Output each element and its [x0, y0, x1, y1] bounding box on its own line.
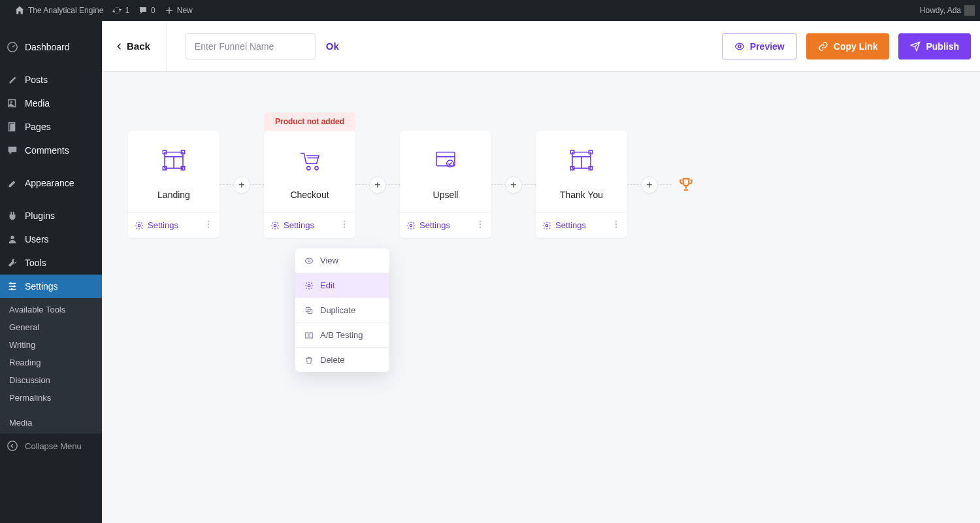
flow-end-icon	[672, 170, 700, 199]
svg-rect-53	[310, 332, 312, 337]
step-title: Upsell	[400, 190, 491, 212]
account-link[interactable]: Howdy, Ada	[920, 5, 975, 16]
popover-duplicate[interactable]: Duplicate	[295, 298, 389, 323]
svg-point-45	[615, 220, 617, 222]
popover-view[interactable]: View	[295, 248, 389, 273]
sidebar-item-settings[interactable]: Settings	[0, 275, 102, 298]
svg-point-36	[480, 226, 481, 228]
gear-icon	[135, 221, 144, 230]
collapse-menu[interactable]: Collapse Menu	[0, 433, 102, 458]
gear-icon	[304, 281, 314, 290]
preview-label: Preview	[750, 41, 785, 52]
popover-edit[interactable]: Edit	[295, 273, 389, 298]
svg-point-46	[615, 224, 617, 225]
submenu-item-writing[interactable]: Writing	[0, 336, 102, 354]
step-upsell[interactable]: Upsell Settings	[400, 131, 491, 238]
wp-sidebar: Dashboard Posts Media Pages Comments App…	[0, 21, 102, 523]
connector: +	[491, 184, 536, 185]
sidebar-item-label: Settings	[25, 281, 58, 292]
sidebar-submenu-extra: Media	[0, 412, 102, 433]
gear-icon	[270, 221, 280, 230]
sidebar-item-label: Plugins	[25, 211, 55, 221]
sidebar-item-label: Dashboard	[25, 42, 70, 52]
step-thankyou[interactable]: Thank You Settings	[536, 131, 627, 238]
svg-point-29	[344, 226, 345, 228]
submenu-item-available-tools[interactable]: Available Tools	[0, 301, 102, 318]
svg-point-6	[10, 236, 14, 239]
step-title: Thank You	[536, 190, 627, 212]
svg-point-48	[308, 260, 310, 262]
add-step-button[interactable]: +	[233, 177, 250, 194]
step-more-button[interactable]	[340, 220, 349, 231]
connector: +	[355, 184, 400, 185]
copy-link-button[interactable]: Copy Link	[806, 33, 890, 59]
publish-button[interactable]: Publish	[898, 33, 971, 59]
comments-link[interactable]: 0	[139, 6, 155, 15]
sidebar-item-media[interactable]: Media	[0, 92, 102, 115]
sidebar-item-label: Media	[25, 98, 50, 109]
submenu-item-discussion[interactable]: Discussion	[0, 371, 102, 389]
step-settings-button[interactable]: Settings	[406, 220, 450, 230]
dots-vertical-icon	[204, 220, 213, 229]
eye-icon	[304, 256, 314, 265]
ok-button[interactable]: Ok	[326, 41, 339, 52]
submenu-item-reading[interactable]: Reading	[0, 354, 102, 371]
add-step-button[interactable]: +	[505, 177, 522, 194]
eye-icon	[734, 41, 745, 52]
step-settings-button[interactable]: Settings	[135, 220, 178, 230]
step-title: Landing	[128, 190, 220, 212]
sidebar-item-comments[interactable]: Comments	[0, 139, 102, 162]
sidebar-item-tools[interactable]: Tools	[0, 251, 102, 275]
upsell-icon	[400, 131, 491, 190]
site-name: The Analytical Engine	[28, 6, 103, 15]
svg-point-27	[344, 220, 345, 222]
sidebar-item-plugins[interactable]: Plugins	[0, 204, 102, 228]
sidebar-item-dashboard[interactable]: Dashboard	[0, 35, 102, 59]
split-icon	[304, 331, 314, 340]
preview-button[interactable]: Preview	[722, 33, 797, 59]
popover-delete[interactable]: Delete	[295, 348, 389, 372]
thankyou-icon	[536, 131, 627, 190]
funnel-flow: Landing Settings +	[128, 131, 700, 238]
cart-icon	[264, 131, 355, 190]
step-settings-button[interactable]: Settings	[270, 220, 314, 230]
funnel-canvas[interactable]: Landing Settings +	[102, 72, 980, 523]
submenu-item-media[interactable]: Media	[0, 412, 102, 433]
dots-vertical-icon	[340, 220, 349, 229]
step-checkout[interactable]: Product not added Checkout Settings	[264, 131, 355, 238]
svg-point-23	[307, 167, 310, 170]
sidebar-item-users[interactable]: Users	[0, 228, 102, 251]
step-more-button[interactable]	[204, 220, 213, 231]
updates-link[interactable]: 1	[112, 6, 129, 15]
new-label: New	[177, 6, 193, 15]
popover-ab-testing[interactable]: A/B Testing	[295, 323, 389, 348]
popover-label: Edit	[320, 280, 335, 290]
step-landing[interactable]: Landing Settings	[128, 131, 220, 238]
svg-point-7	[10, 282, 12, 284]
site-link[interactable]: The Analytical Engine	[14, 5, 103, 16]
svg-point-49	[308, 284, 310, 287]
funnel-name-input[interactable]	[185, 33, 316, 59]
step-more-button[interactable]	[612, 220, 621, 231]
svg-point-44	[546, 224, 548, 227]
svg-rect-30	[436, 152, 455, 166]
add-step-button[interactable]: +	[641, 177, 658, 194]
sidebar-item-label: Appearance	[25, 178, 74, 188]
sidebar-item-appearance[interactable]: Appearance	[0, 171, 102, 195]
funnel-topbar: Back Ok Preview Copy Link Publish	[102, 21, 980, 72]
sidebar-item-posts[interactable]: Posts	[0, 68, 102, 92]
submenu-item-permalinks[interactable]: Permalinks	[0, 389, 102, 407]
trash-icon	[304, 356, 314, 365]
avatar	[964, 5, 975, 16]
new-content-link[interactable]: New	[165, 6, 193, 15]
add-step-button[interactable]: +	[369, 177, 386, 194]
step-settings-button[interactable]: Settings	[542, 220, 586, 230]
dots-vertical-icon	[476, 220, 485, 229]
wp-admin-bar: The Analytical Engine 1 0 New Howdy, Ada	[0, 0, 980, 21]
popover-label: Duplicate	[320, 305, 355, 315]
step-more-button[interactable]	[476, 220, 485, 231]
back-button[interactable]: Back	[102, 21, 167, 71]
sidebar-item-pages[interactable]: Pages	[0, 115, 102, 139]
submenu-item-general[interactable]: General	[0, 318, 102, 336]
copy-label: Copy Link	[834, 41, 878, 52]
